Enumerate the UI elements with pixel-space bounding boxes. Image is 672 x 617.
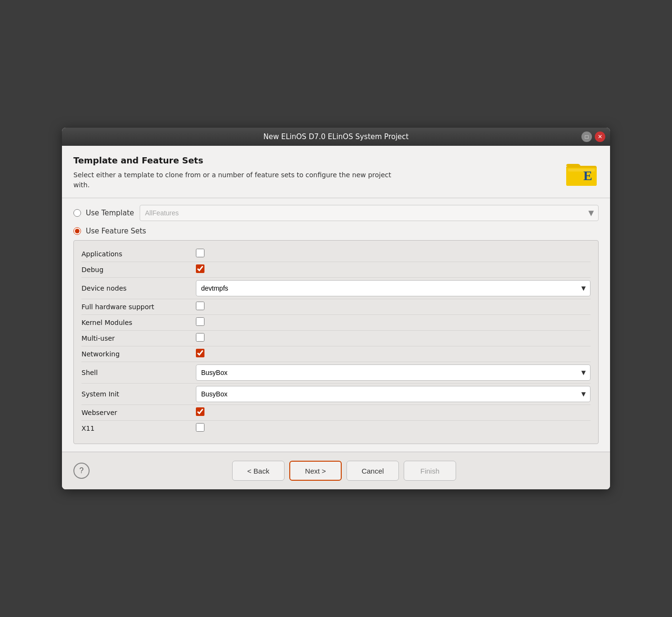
feature-row-shell: Shell BusyBox bash dash ▼ (81, 362, 591, 384)
feature-label-device-nodes: Device nodes (81, 284, 196, 292)
x11-checkbox[interactable] (196, 423, 204, 432)
webserver-checkbox[interactable] (196, 407, 204, 416)
folder-icon: E (564, 155, 599, 190)
feature-sets-section: Applications Debug Device nodes devtmpfs (73, 240, 599, 444)
titlebar-controls: □ ✕ (581, 131, 605, 142)
use-template-label[interactable]: Use Template (86, 209, 134, 217)
use-feature-sets-radio[interactable] (73, 227, 81, 235)
feature-control-device-nodes: devtmpfs static mdev ▼ (196, 280, 591, 296)
page-title: Template and Feature Sets (73, 155, 407, 165)
feature-row-multi-user: Multi-user (81, 331, 591, 346)
use-template-row: Use Template AllFeatures ▼ (73, 205, 599, 221)
feature-label-x11: X11 (81, 425, 196, 432)
close-button[interactable]: ✕ (595, 131, 605, 142)
feature-row-debug: Debug (81, 262, 591, 278)
feature-label-webserver: Webserver (81, 409, 196, 416)
feature-label-multi-user: Multi-user (81, 334, 196, 342)
separator (62, 198, 610, 198)
finish-button[interactable]: Finish (404, 461, 456, 481)
feature-row-full-hardware: Full hardware support (81, 299, 591, 315)
footer-left: ? (73, 463, 90, 479)
content-area: Template and Feature Sets Select either … (62, 146, 610, 444)
feature-control-shell: BusyBox bash dash ▼ (196, 364, 591, 381)
feature-row-x11: X11 (81, 421, 591, 436)
feature-row-system-init: System Init BusyBox systemd SysVinit ▼ (81, 384, 591, 405)
header-icon: E (564, 155, 599, 190)
template-dropdown-wrapper: AllFeatures ▼ (140, 205, 599, 221)
help-button[interactable]: ? (73, 463, 90, 479)
full-hardware-checkbox[interactable] (196, 302, 204, 310)
feature-control-networking (196, 349, 591, 359)
window-title: New ELinOS D7.0 ELinOS System Project (264, 132, 409, 141)
shell-select[interactable]: BusyBox bash dash (196, 364, 591, 381)
feature-label-shell: Shell (81, 369, 196, 376)
applications-checkbox[interactable] (196, 249, 204, 257)
feature-row-device-nodes: Device nodes devtmpfs static mdev ▼ (81, 278, 591, 299)
template-select[interactable]: AllFeatures (140, 205, 599, 221)
back-button[interactable]: < Back (232, 461, 285, 481)
feature-label-debug: Debug (81, 266, 196, 273)
feature-control-applications (196, 249, 591, 259)
use-feature-sets-row: Use Feature Sets (73, 227, 599, 235)
footer: ? < Back Next > Cancel Finish (62, 452, 610, 489)
cancel-button[interactable]: Cancel (346, 461, 399, 481)
debug-checkbox[interactable] (196, 264, 204, 273)
feature-row-networking: Networking (81, 346, 591, 362)
header-text: Template and Feature Sets Select either … (73, 155, 407, 190)
multi-user-checkbox[interactable] (196, 333, 204, 342)
svg-text:E: E (583, 168, 592, 183)
kernel-modules-checkbox[interactable] (196, 317, 204, 326)
feature-row-webserver: Webserver (81, 405, 591, 421)
feature-label-kernel-modules: Kernel Modules (81, 319, 196, 326)
page-description: Select either a template to clone from o… (73, 170, 407, 190)
feature-label-networking: Networking (81, 350, 196, 358)
feature-label-full-hardware: Full hardware support (81, 303, 196, 311)
header-section: Template and Feature Sets Select either … (73, 155, 599, 190)
feature-row-applications: Applications (81, 246, 591, 262)
footer-buttons: < Back Next > Cancel Finish (90, 461, 599, 481)
use-template-radio[interactable] (73, 209, 81, 217)
device-nodes-select[interactable]: devtmpfs static mdev (196, 280, 591, 296)
feature-control-kernel-modules (196, 317, 591, 328)
next-button[interactable]: Next > (289, 461, 342, 481)
feature-label-system-init: System Init (81, 390, 196, 398)
minimize-button[interactable]: □ (581, 131, 592, 142)
feature-control-debug (196, 264, 591, 275)
feature-control-full-hardware (196, 302, 591, 312)
feature-control-webserver (196, 407, 591, 418)
system-init-select[interactable]: BusyBox systemd SysVinit (196, 386, 591, 402)
feature-control-x11 (196, 423, 591, 434)
feature-control-multi-user (196, 333, 591, 344)
feature-label-applications: Applications (81, 250, 196, 258)
use-feature-sets-label[interactable]: Use Feature Sets (86, 227, 146, 235)
main-window: New ELinOS D7.0 ELinOS System Project □ … (62, 128, 610, 489)
titlebar: New ELinOS D7.0 ELinOS System Project □ … (62, 128, 610, 146)
networking-checkbox[interactable] (196, 349, 204, 357)
feature-control-system-init: BusyBox systemd SysVinit ▼ (196, 386, 591, 402)
feature-row-kernel-modules: Kernel Modules (81, 315, 591, 331)
